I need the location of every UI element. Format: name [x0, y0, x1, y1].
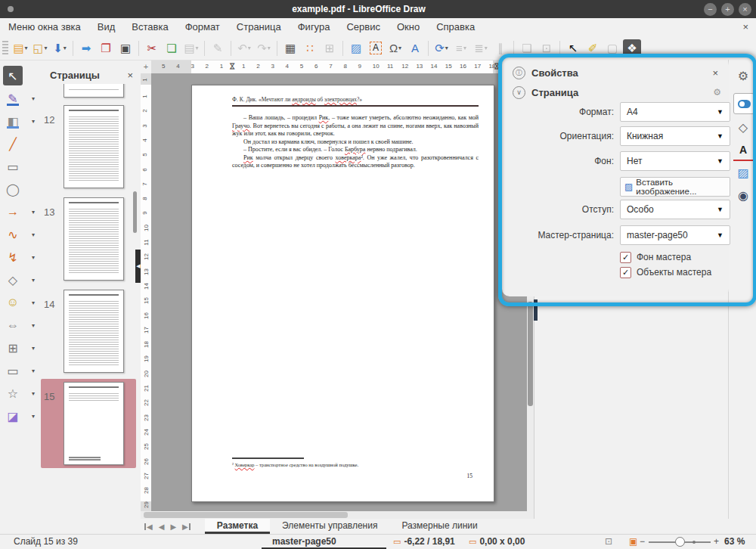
- menu-item-8[interactable]: Справка: [428, 18, 483, 36]
- maximize-button[interactable]: +: [721, 3, 734, 16]
- export-pdf-icon[interactable]: ❐: [97, 39, 115, 57]
- page-thumbnail-12[interactable]: 12: [41, 102, 136, 191]
- undo-icon[interactable]: ↶▾: [235, 39, 253, 57]
- menu-item-7[interactable]: Окно: [389, 18, 428, 36]
- display-views-icon[interactable]: ▢: [603, 39, 621, 57]
- dropdown-caret-icon[interactable]: ▾: [32, 254, 35, 261]
- orientation-select[interactable]: Книжная ▼: [620, 126, 730, 146]
- dropdown-caret-icon[interactable]: ▾: [45, 45, 48, 51]
- select-arrow-icon[interactable]: ↖: [564, 39, 582, 57]
- zoom-level[interactable]: 63 %: [724, 536, 745, 547]
- tab-properties[interactable]: [733, 93, 754, 114]
- rotate-icon[interactable]: ⟳▾: [432, 39, 451, 57]
- display-grid-icon[interactable]: ▦: [281, 39, 299, 57]
- snap-to-grid-icon[interactable]: ∷: [301, 39, 319, 57]
- clone-formatting-icon[interactable]: ✎: [209, 39, 227, 57]
- symbol-shapes-tool[interactable]: ☺▾: [0, 291, 39, 314]
- tab-gallery[interactable]: ▨: [733, 163, 753, 182]
- edit-mode-icon[interactable]: ✐: [584, 39, 602, 57]
- redo-icon[interactable]: ↷▾: [255, 39, 273, 57]
- export-icon[interactable]: ➡: [77, 39, 95, 57]
- insert-image-button[interactable]: ▨ Вставить изображение...: [620, 177, 730, 197]
- rectangle-tool[interactable]: ▭: [0, 155, 39, 178]
- fontwork-icon[interactable]: A: [406, 39, 424, 57]
- master-background-checkbox[interactable]: ✓: [620, 252, 631, 263]
- horizontal-ruler[interactable]: 54321123456789101112131415161718192021⋈⋈: [151, 60, 527, 74]
- dropdown-caret-icon[interactable]: ▾: [32, 299, 35, 306]
- flowchart-tool[interactable]: ⊞▾: [0, 337, 39, 359]
- dropdown-caret-icon[interactable]: ▾: [485, 45, 488, 51]
- crop-icon[interactable]: ⊡: [538, 39, 556, 57]
- layer-tab-2[interactable]: Размерные линии: [389, 519, 489, 534]
- last-page-nav-icon[interactable]: ▶: [182, 523, 191, 531]
- line-tool[interactable]: ╱: [0, 132, 39, 155]
- first-page-nav-icon[interactable]: ◀: [144, 523, 153, 531]
- layer-tab-1[interactable]: Элементы управления: [270, 519, 389, 534]
- show-draw-functions-icon[interactable]: ❖: [623, 39, 641, 57]
- menu-item-0[interactable]: Меню окна звка: [0, 18, 89, 36]
- page-thumbnail-13[interactable]: 13: [41, 194, 136, 284]
- tab-shapes[interactable]: ◇: [733, 117, 753, 137]
- page-thumbnail-14[interactable]: 14: [41, 287, 136, 376]
- open-folder-icon[interactable]: ◱▾: [31, 39, 49, 57]
- curve-tool[interactable]: ∿▾: [0, 223, 39, 246]
- sidebar-settings-gear-icon[interactable]: ⚙: [733, 66, 753, 85]
- special-character-icon[interactable]: Ω▾: [386, 39, 404, 57]
- menu-item-1[interactable]: Вид: [89, 18, 124, 36]
- dropdown-caret-icon[interactable]: ▾: [32, 95, 35, 102]
- connector-tool[interactable]: ↯▾: [0, 246, 39, 268]
- margin-marker-icon[interactable]: ⋈: [493, 63, 501, 70]
- 3d-objects-tool[interactable]: ◪▾: [0, 405, 39, 427]
- pages-panel-scroll-thumb[interactable]: [133, 191, 137, 233]
- insert-textbox-icon[interactable]: A: [367, 39, 385, 57]
- vertical-ruler[interactable]: 1123456789101112131415161718192021222324…: [141, 73, 152, 511]
- dropdown-caret-icon[interactable]: ▾: [25, 45, 28, 51]
- align-objects-icon[interactable]: ≡▾: [452, 39, 470, 57]
- dropdown-caret-icon[interactable]: ▾: [64, 45, 67, 51]
- line-color-tool[interactable]: ✎▾: [0, 87, 39, 110]
- menu-item-2[interactable]: Вставка: [123, 18, 176, 36]
- copy-icon[interactable]: ❏: [163, 39, 181, 57]
- distribute-icon[interactable]: ∥: [491, 39, 510, 57]
- tab-styles[interactable]: A: [733, 140, 753, 161]
- menu-item-4[interactable]: Страница: [228, 18, 290, 36]
- section-collapse-icon[interactable]: ∨: [513, 86, 525, 99]
- dropdown-caret-icon[interactable]: ▾: [268, 45, 271, 51]
- ellipse-tool[interactable]: ◯: [0, 178, 39, 200]
- zoom-out-icon[interactable]: −: [640, 536, 645, 547]
- zoom-slider-knob[interactable]: [675, 537, 685, 547]
- master-objects-checkbox[interactable]: ✓: [620, 267, 631, 278]
- deck-menu-icon[interactable]: ⓘ: [513, 67, 525, 79]
- zoom-in-icon[interactable]: +: [714, 536, 719, 547]
- menu-item-6[interactable]: Сервис: [338, 18, 389, 36]
- pages-panel-scrollbar[interactable]: [133, 85, 138, 232]
- insert-image-icon[interactable]: ▨: [347, 39, 365, 57]
- previous-page-nav-icon[interactable]: ◀: [159, 523, 165, 531]
- layer-tab-0[interactable]: Разметка: [205, 519, 270, 534]
- dropdown-caret-icon[interactable]: ▾: [32, 209, 35, 216]
- lines-arrows-tool[interactable]: →▾: [0, 200, 39, 223]
- dropdown-caret-icon[interactable]: ▾: [445, 45, 448, 51]
- block-arrows-tool[interactable]: ⇔▾: [0, 314, 39, 337]
- canvas-horizontal-scrollbar[interactable]: [141, 511, 534, 519]
- close-document-icon[interactable]: ×: [742, 18, 748, 36]
- shadow-icon[interactable]: ❏: [518, 39, 536, 57]
- select-tool[interactable]: ↖: [0, 64, 39, 87]
- snap-guides-icon[interactable]: ⊞: [321, 39, 339, 57]
- background-select[interactable]: Нет ▼: [620, 151, 730, 171]
- stars-tool[interactable]: ☆▾: [0, 382, 39, 405]
- tab-navigator[interactable]: ◉: [733, 185, 753, 205]
- format-select[interactable]: A4 ▼: [620, 102, 730, 122]
- menu-item-3[interactable]: Формат: [177, 18, 228, 36]
- save-icon[interactable]: ⬇▾: [51, 39, 69, 57]
- canvas-vscroll-thumb[interactable]: [528, 302, 533, 406]
- next-page-nav-icon[interactable]: ▶: [170, 523, 176, 531]
- indent-select[interactable]: Особо ▼: [620, 200, 730, 219]
- dropdown-caret-icon[interactable]: ▾: [248, 45, 251, 51]
- page-thumbnail-15[interactable]: 15: [41, 379, 136, 468]
- minimize-button[interactable]: −: [704, 3, 717, 16]
- dropdown-caret-icon[interactable]: ▾: [32, 277, 35, 284]
- properties-close-icon[interactable]: ×: [709, 67, 721, 79]
- dropdown-caret-icon[interactable]: ▾: [196, 45, 199, 51]
- new-document-icon[interactable]: ▤▾: [11, 39, 29, 57]
